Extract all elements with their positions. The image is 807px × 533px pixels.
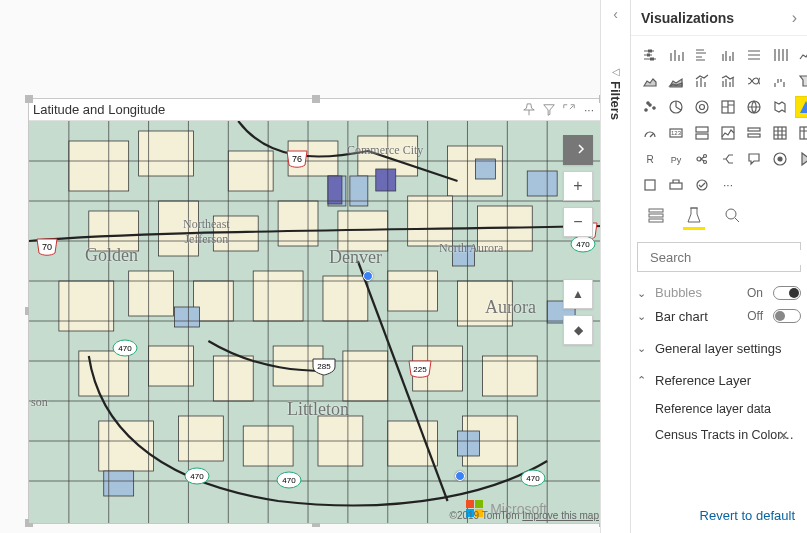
svg-text:Py: Py	[671, 155, 682, 165]
stacked-column-icon[interactable]	[665, 44, 687, 66]
svg-rect-1	[69, 141, 129, 191]
format-row-general-layer[interactable]: ⌄ General layer settings	[637, 332, 801, 364]
focus-mode-icon[interactable]	[559, 101, 579, 119]
map-data-point[interactable]	[455, 471, 465, 481]
matrix-icon[interactable]	[795, 122, 807, 144]
stacked-area-icon[interactable]	[665, 70, 687, 92]
toggle-state-text: On	[747, 286, 763, 300]
map-tiles	[29, 121, 603, 523]
svg-rect-39	[104, 471, 134, 496]
donut-icon[interactable]	[691, 96, 713, 118]
map-data-point[interactable]	[363, 271, 373, 281]
scatter-icon[interactable]	[639, 96, 661, 118]
map-icon[interactable]	[743, 96, 765, 118]
more-visuals-icon[interactable]: ···	[717, 174, 739, 196]
custom-visual-1-icon[interactable]	[639, 174, 661, 196]
filter-icon[interactable]	[539, 101, 559, 119]
svg-rect-43	[328, 176, 342, 204]
format-search[interactable]	[637, 242, 801, 272]
arcgis-icon[interactable]	[769, 148, 791, 170]
card-icon[interactable]: 123	[665, 122, 687, 144]
map-attribution: ©2019 TomTom Improve this map	[450, 510, 599, 521]
resize-handle[interactable]	[312, 95, 320, 103]
svg-point-63	[647, 102, 649, 104]
svg-rect-88	[649, 209, 663, 212]
report-canvas[interactable]: Latitude and Longitude ···	[0, 0, 600, 533]
map-surface[interactable]: Denver Aurora Golden Littleton Commerce …	[29, 121, 603, 523]
key-influencers-icon[interactable]	[691, 148, 713, 170]
clustered-column-icon[interactable]	[717, 44, 739, 66]
svg-rect-27	[482, 356, 537, 396]
stacked-bar-icon[interactable]	[639, 44, 661, 66]
map-controls: + − ▲ ◆	[563, 135, 593, 345]
qa-visual-icon[interactable]	[743, 148, 765, 170]
resize-handle[interactable]	[25, 95, 33, 103]
100-stacked-bar-icon[interactable]	[743, 44, 765, 66]
format-row-barchart[interactable]: ⌄ Bar chart Off	[637, 300, 801, 332]
custom-visual-2-icon[interactable]	[665, 174, 687, 196]
line-clustered-column-icon[interactable]	[717, 70, 739, 92]
format-row-bubbles[interactable]: ⌄ Bubbles On	[637, 278, 801, 300]
svg-rect-74	[748, 128, 760, 131]
format-tab[interactable]	[683, 206, 705, 232]
attribution-copyright: ©2019 TomTom	[450, 510, 520, 521]
line-chart-icon[interactable]	[795, 44, 807, 66]
python-visual-icon[interactable]: Py	[665, 148, 687, 170]
toggle-switch[interactable]	[773, 309, 801, 323]
line-stacked-column-icon[interactable]	[691, 70, 713, 92]
analytics-tab[interactable]	[721, 206, 743, 232]
svg-rect-24	[273, 346, 323, 386]
kpi-icon[interactable]	[717, 122, 739, 144]
search-input[interactable]	[650, 250, 807, 265]
100-stacked-column-icon[interactable]	[769, 44, 791, 66]
svg-rect-26	[413, 346, 463, 391]
decomposition-tree-icon[interactable]	[717, 148, 739, 170]
filters-pane-collapsed[interactable]: ‹ ◁ Filters	[600, 0, 630, 533]
area-chart-icon[interactable]	[639, 70, 661, 92]
pitch-button[interactable]: ◆	[563, 315, 593, 345]
clustered-bar-icon[interactable]	[691, 44, 713, 66]
chevron-down-icon: ⌄	[637, 310, 649, 323]
svg-rect-17	[253, 271, 303, 321]
treemap-icon[interactable]	[717, 96, 739, 118]
slicer-icon[interactable]	[743, 122, 765, 144]
svg-rect-22	[149, 346, 194, 386]
waterfall-icon[interactable]	[769, 70, 791, 92]
ribbon-chart-icon[interactable]	[743, 70, 765, 92]
zoom-out-button[interactable]: −	[563, 207, 593, 237]
map-visual[interactable]: Latitude and Longitude ···	[28, 98, 604, 524]
svg-rect-23	[213, 356, 253, 401]
table-icon[interactable]	[769, 122, 791, 144]
remove-file-button[interactable]: ✕	[778, 428, 789, 443]
r-visual-icon[interactable]: R	[639, 148, 661, 170]
svg-rect-42	[458, 431, 480, 456]
toggle-switch[interactable]	[773, 286, 801, 300]
azure-map-icon[interactable]	[795, 96, 807, 118]
chevron-right-icon[interactable]: ›	[792, 9, 797, 27]
svg-rect-25	[343, 351, 388, 401]
custom-visual-3-icon[interactable]	[691, 174, 713, 196]
pane-header: Visualizations ›	[631, 0, 807, 36]
funnel-icon[interactable]	[795, 70, 807, 92]
gauge-icon[interactable]	[639, 122, 661, 144]
multi-row-card-icon[interactable]	[691, 122, 713, 144]
revert-to-default-link[interactable]: Revert to default	[631, 498, 807, 533]
chevron-left-icon[interactable]: ‹	[613, 6, 618, 22]
svg-rect-19	[388, 271, 438, 311]
format-options-list: ⌄ Bubbles On ⌄ Bar chart Off ⌄ General l…	[631, 278, 807, 498]
map-expand-button[interactable]	[563, 135, 593, 165]
improve-map-link[interactable]: Improve this map	[522, 510, 599, 521]
zoom-in-button[interactable]: +	[563, 171, 593, 201]
chevron-down-icon: ⌄	[637, 342, 649, 355]
powerapps-icon[interactable]	[795, 148, 807, 170]
format-row-reference-layer[interactable]: ⌃ Reference Layer	[637, 364, 801, 396]
reference-layer-file[interactable]: Census Tracts in Colorado...	[655, 428, 795, 442]
fields-tab[interactable]	[645, 206, 667, 232]
reset-bearing-button[interactable]: ▲	[563, 279, 593, 309]
filled-map-icon[interactable]	[769, 96, 791, 118]
more-options-icon[interactable]: ···	[579, 101, 599, 119]
pie-icon[interactable]	[665, 96, 687, 118]
chevron-down-icon: ⌄	[637, 287, 649, 300]
pin-icon[interactable]	[519, 101, 539, 119]
reference-layer-data-label: Reference layer data	[655, 396, 801, 422]
